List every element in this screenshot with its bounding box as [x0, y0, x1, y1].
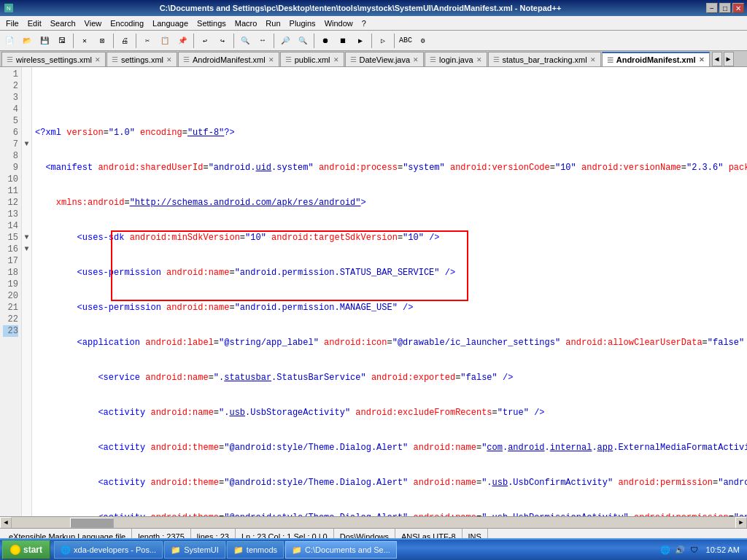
tab-icon: ☰ [112, 55, 118, 63]
taskbar-label-tenmods: tenmods [247, 545, 277, 554]
fold-empty [22, 267, 31, 279]
toolbar-sep-6 [274, 34, 274, 48]
menu-file[interactable]: File [1, 18, 23, 29]
tab-androidmanifest1[interactable]: ☰ AndroidManifest.xml ✕ [178, 52, 279, 66]
close-button[interactable]: ✕ [77, 33, 93, 49]
tab-public[interactable]: ☰ public.xml ✕ [280, 52, 344, 66]
taskbar-icon-tenmods: 📁 [233, 545, 244, 555]
code-line-4: <uses-sdk android:minSdkVersion="10" and… [35, 232, 744, 244]
scroll-right-button[interactable]: ▶ [735, 517, 747, 529]
line-num: 16 [3, 244, 18, 255]
tab-icon: ☰ [183, 55, 190, 63]
replace-button[interactable]: ↔ [255, 33, 271, 49]
save-all-button[interactable]: 🖫 [54, 33, 70, 49]
menu-window[interactable]: Window [320, 18, 357, 29]
tab-icon: ☰ [350, 55, 357, 63]
macro-record-button[interactable]: ⏺ [317, 33, 333, 49]
tab-label: AndroidManifest.xml [193, 55, 266, 64]
svg-text:N: N [7, 5, 11, 12]
taskbar-items: 🌐 xda-developers - Pos... 📁 SystemUI 📁 t… [53, 541, 655, 559]
menu-edit[interactable]: Edit [23, 18, 46, 29]
tab-close-dateview[interactable]: ✕ [413, 56, 419, 63]
macro-stop-button[interactable]: ⏹ [335, 33, 351, 49]
taskbar-item-tenmods[interactable]: 📁 tenmods [227, 541, 284, 559]
menu-view[interactable]: View [80, 18, 107, 29]
taskbar-item-documents[interactable]: 📁 C:\Documents and Se... [285, 541, 397, 559]
fold-icon-15[interactable]: ▼ [22, 232, 31, 244]
tab-login[interactable]: ☰ login.java ✕ [425, 52, 487, 66]
tab-label: login.java [439, 55, 473, 64]
menu-settings[interactable]: Settings [193, 18, 231, 29]
line-num: 13 [3, 209, 18, 220]
redo-button[interactable]: ↪ [214, 33, 231, 49]
fold-empty [22, 279, 31, 290]
tab-status-bar-tracking[interactable]: ☰ status_bar_tracking.xml ✕ [488, 52, 601, 66]
open-button[interactable]: 📂 [19, 33, 35, 49]
macro-play-button[interactable]: ▶ [352, 33, 368, 49]
line-num: 4 [3, 104, 18, 115]
find-button[interactable]: 🔍 [237, 33, 253, 49]
line-numbers: 1 2 3 4 5 6 7 8 9 10 11 12 13 14 15 16 1… [0, 67, 22, 516]
code-line-8: <service android:name=".statusbar.Status… [35, 372, 744, 384]
scroll-track[interactable] [12, 517, 735, 529]
close-button[interactable]: ✕ [732, 3, 744, 13]
save-button[interactable]: 💾 [36, 33, 53, 49]
new-button[interactable]: 📄 [1, 33, 18, 49]
scroll-thumb[interactable] [70, 518, 114, 528]
spellcheck-button[interactable]: ABC [398, 33, 414, 49]
tab-androidmanifest-active[interactable]: ☰ AndroidManifest.xml ✕ [602, 52, 710, 66]
tab-close-androidmanifest-active[interactable]: ✕ [699, 56, 705, 63]
toolbar-sep-8 [371, 34, 372, 48]
line-num: 8 [3, 150, 18, 162]
tab-close-public[interactable]: ✕ [333, 56, 339, 63]
tab-nav-right[interactable]: ▶ [724, 52, 734, 66]
toolbar-sep-1 [73, 34, 74, 48]
taskbar-item-xda[interactable]: 🌐 xda-developers - Pos... [54, 541, 163, 559]
menu-help[interactable]: ? [357, 18, 371, 29]
tab-wireless-settings[interactable]: ☰ wireless_settings.xml ✕ [1, 52, 106, 66]
paste-button[interactable]: 📌 [174, 33, 190, 49]
tab-icon: ☰ [607, 56, 614, 64]
start-button[interactable]: start [2, 540, 50, 559]
zoom-out-button[interactable]: 🔍 [295, 33, 311, 49]
tab-settings[interactable]: ☰ settings.xml ✕ [107, 52, 177, 66]
scroll-left-button[interactable]: ◀ [0, 517, 12, 529]
taskbar-item-systemui[interactable]: 📁 SystemUI [164, 541, 225, 559]
line-num: 22 [3, 314, 18, 325]
tab-close-wireless[interactable]: ✕ [95, 56, 101, 63]
cut-button[interactable]: ✂ [139, 33, 155, 49]
menu-search[interactable]: Search [46, 18, 80, 29]
tab-close-login[interactable]: ✕ [476, 56, 482, 63]
code-line-1: <?xml version="1.0" encoding="utf-8"?> [35, 127, 744, 139]
run-button[interactable]: ▷ [375, 33, 391, 49]
toolbar-sep-3 [136, 34, 136, 48]
settings-button[interactable]: ⚙ [415, 33, 431, 49]
print-button[interactable]: 🖨 [117, 33, 133, 49]
horizontal-scrollbar[interactable]: ◀ ▶ [0, 516, 747, 528]
fold-icon-16[interactable]: ▼ [22, 244, 31, 255]
undo-button[interactable]: ↩ [197, 33, 213, 49]
fold-icon-7[interactable]: ▼ [22, 139, 31, 150]
menu-run[interactable]: Run [261, 18, 285, 29]
tab-close-status-bar[interactable]: ✕ [590, 56, 596, 63]
tab-close-androidmanifest1[interactable]: ✕ [268, 56, 274, 63]
menu-plugins[interactable]: Plugins [285, 18, 320, 29]
menu-macro[interactable]: Macro [231, 18, 262, 29]
menu-language[interactable]: Language [148, 18, 193, 29]
tab-label: status_bar_tracking.xml [503, 55, 587, 64]
maximize-button[interactable]: □ [719, 3, 731, 13]
zoom-in-button[interactable]: 🔎 [277, 33, 293, 49]
fold-empty [22, 314, 31, 325]
code-area[interactable]: <?xml version="1.0" encoding="utf-8"?> <… [32, 67, 747, 516]
menu-encoding[interactable]: Encoding [106, 18, 148, 29]
window-title: C:\Documents and Settings\pc\Desktop\ten… [15, 4, 706, 12]
title-bar: N C:\Documents and Settings\pc\Desktop\t… [0, 0, 747, 16]
tab-dateview[interactable]: ☰ DateView.java ✕ [345, 52, 425, 66]
tab-label: settings.xml [121, 55, 163, 64]
copy-button[interactable]: 📋 [157, 33, 173, 49]
close-all-button[interactable]: ⊠ [94, 33, 110, 49]
tab-close-settings[interactable]: ✕ [166, 56, 172, 63]
tab-nav-left[interactable]: ◀ [712, 52, 722, 66]
minimize-button[interactable]: − [706, 3, 718, 13]
code-line-12: <activity android:theme="@android:style/… [35, 512, 744, 516]
